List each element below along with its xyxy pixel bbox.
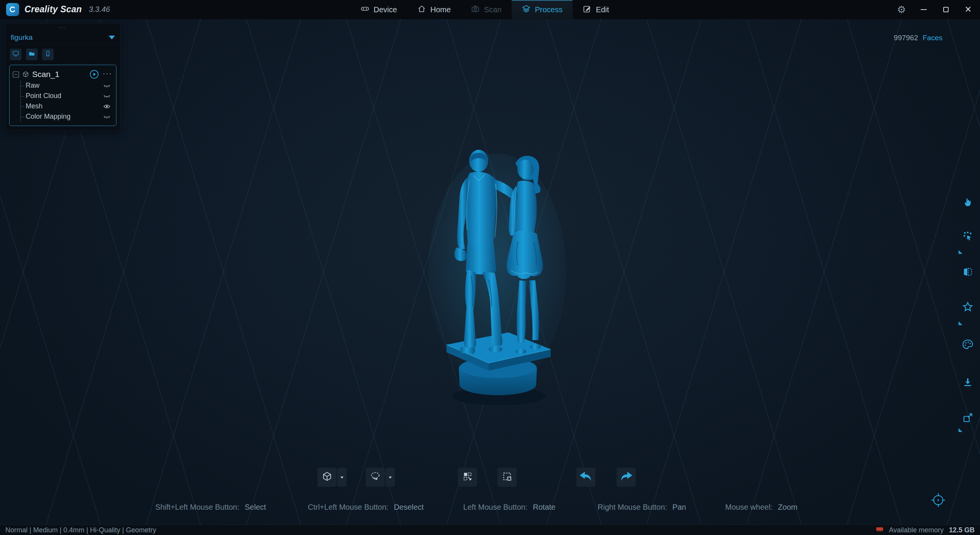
open-folder-button[interactable] <box>26 49 38 60</box>
scan-tree: Scan_1 ··· Raw Point Cloud <box>9 65 116 126</box>
cube-select-dropdown[interactable] <box>337 468 347 487</box>
close-button[interactable]: ✕ <box>963 5 973 15</box>
lasso-select-dropdown[interactable] <box>386 468 395 487</box>
point-edit-tool-button[interactable] <box>961 230 975 244</box>
panel-drag-handle[interactable]: ··· <box>5 23 120 30</box>
select-connected-button[interactable] <box>458 468 477 487</box>
pick-tool-button[interactable] <box>961 196 975 209</box>
lasso-select-button[interactable] <box>366 468 385 487</box>
cube-select-button[interactable] <box>317 468 337 487</box>
tree-item-label: Raw <box>26 82 39 90</box>
marquee-group <box>497 468 517 487</box>
tab-home[interactable]: Home <box>407 0 461 19</box>
maximize-button[interactable] <box>941 5 951 15</box>
new-project-icon <box>12 50 19 59</box>
export-share-icon <box>962 412 973 425</box>
marquee-select-button[interactable] <box>497 468 517 487</box>
tab-label: Scan <box>484 5 502 14</box>
statue-mesh <box>424 130 570 414</box>
star-select-tool-button[interactable] <box>961 301 975 314</box>
hint-keys: Right Mouse Button: <box>598 503 667 511</box>
save-tool-button[interactable] <box>961 376 975 390</box>
tab-process[interactable]: Process <box>512 0 573 19</box>
tab-label: Home <box>430 5 451 14</box>
collapse-icon[interactable] <box>13 71 19 78</box>
select-connected-icon <box>462 471 473 483</box>
scan-camera-icon <box>471 4 480 15</box>
redo-arrow-icon <box>619 470 633 484</box>
visibility-off-icon[interactable] <box>103 114 111 120</box>
hint-keys: Mouse wheel: <box>725 503 772 511</box>
app-logo-icon <box>6 3 19 16</box>
hint-zoom: Mouse wheel:Zoom <box>725 503 798 512</box>
play-button[interactable] <box>90 70 99 79</box>
star-icon <box>962 301 973 314</box>
tree-item-mesh[interactable]: Mesh <box>21 101 113 111</box>
project-panel: ··· figurka <box>5 23 121 131</box>
tree-item-label: Point Cloud <box>26 92 61 100</box>
process-layers-icon <box>522 4 531 15</box>
tab-edit[interactable]: Edit <box>573 0 619 19</box>
download-icon <box>962 376 973 389</box>
main-nav: Device Home Scan Process <box>350 0 619 19</box>
flyout-indicator-icon <box>959 428 962 432</box>
app-window: Creality Scan 3.3.46 Device Home Scan <box>0 0 980 535</box>
brand: Creality Scan 3.3.46 <box>0 3 110 16</box>
tab-scan[interactable]: Scan <box>461 0 512 19</box>
redo-button[interactable] <box>617 468 636 487</box>
viewport-3d[interactable]: 997962 Faces <box>0 19 980 525</box>
flip-tool-button[interactable] <box>961 266 975 280</box>
visibility-off-icon[interactable] <box>103 93 111 99</box>
hint-action: Pan <box>672 503 686 511</box>
chevron-down-icon <box>340 474 344 481</box>
tree-root-row[interactable]: Scan_1 ··· <box>13 68 113 80</box>
device-files-button[interactable] <box>42 49 54 60</box>
export-tool-button[interactable] <box>961 412 975 425</box>
center-view-button[interactable] <box>929 492 947 510</box>
memory-value: 12.5 GB <box>949 526 975 534</box>
app-version: 3.3.46 <box>89 5 110 14</box>
lasso-mode-group <box>366 468 395 487</box>
cube-icon <box>322 471 332 483</box>
crosshair-icon <box>929 491 947 510</box>
mirror-flip-icon <box>962 266 973 279</box>
title-bar: Creality Scan 3.3.46 Device Home Scan <box>0 0 980 19</box>
tab-label: Edit <box>596 5 609 14</box>
chevron-down-icon <box>388 474 393 481</box>
window-controls: ⚙ ✕ <box>897 5 980 15</box>
minimize-button[interactable] <box>919 5 929 15</box>
scan-settings-summary: Normal | Medium | 0.4mm | Hi-Quality | G… <box>5 526 156 534</box>
undo-group <box>576 468 596 487</box>
texture-tool-button[interactable] <box>961 338 975 352</box>
tab-device[interactable]: Device <box>350 0 407 19</box>
tree-item-color-mapping[interactable]: Color Mapping <box>21 111 113 122</box>
chevron-down-icon <box>109 36 115 39</box>
cube-icon <box>22 71 29 78</box>
point-cloud-edit-icon <box>962 231 973 244</box>
tree-item-label: Mesh <box>26 102 43 110</box>
faces-counter: 997962 Faces <box>894 34 942 42</box>
visibility-off-icon[interactable] <box>103 83 111 89</box>
visibility-on-icon[interactable] <box>103 103 111 110</box>
selection-mode-group <box>317 468 347 487</box>
more-menu-button[interactable]: ··· <box>102 70 113 79</box>
project-select[interactable]: figurka <box>5 30 120 45</box>
memory-chip-icon <box>876 526 883 534</box>
tab-label: Device <box>374 5 397 14</box>
app-title: Creality Scan <box>25 4 82 15</box>
redo-group <box>617 468 636 487</box>
project-name: figurka <box>11 33 33 42</box>
undo-button[interactable] <box>576 468 596 487</box>
hint-action: Select <box>245 503 266 511</box>
tree-item-point-cloud[interactable]: Point Cloud <box>21 91 113 101</box>
memory-status: Available memory 12.5 GB <box>876 526 975 534</box>
hint-keys: Shift+Left Mouse Button: <box>155 503 239 511</box>
marquee-select-icon <box>502 471 512 483</box>
faces-value: 997962 <box>894 34 918 42</box>
settings-gear-icon[interactable]: ⚙ <box>897 5 906 15</box>
hint-action: Deselect <box>394 503 424 511</box>
hint-select: Shift+Left Mouse Button:Select <box>155 503 266 512</box>
new-project-button[interactable] <box>10 49 21 60</box>
hint-action: Zoom <box>778 503 797 511</box>
tree-item-raw[interactable]: Raw <box>21 80 113 91</box>
